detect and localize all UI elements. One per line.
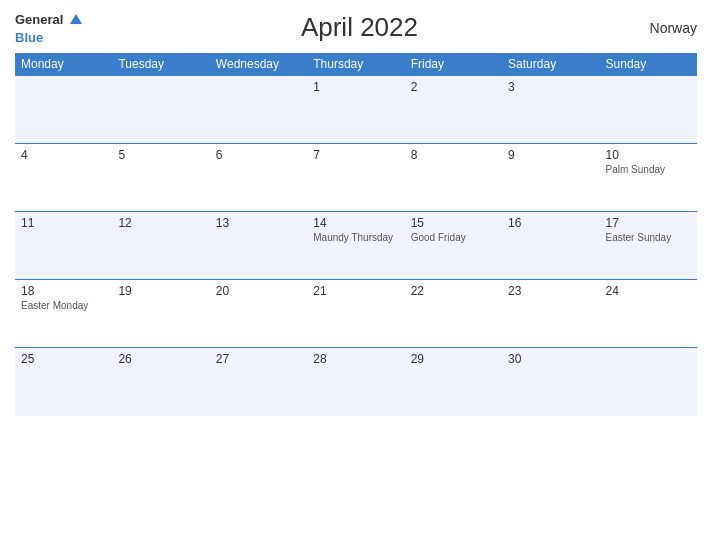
calendar-cell: 10Palm Sunday <box>600 144 697 212</box>
day-number: 2 <box>411 80 496 94</box>
calendar-cell: 9 <box>502 144 599 212</box>
logo-triangle-icon <box>70 14 82 24</box>
holiday-label: Easter Sunday <box>606 232 691 243</box>
calendar-cell <box>112 76 209 144</box>
calendar-cell <box>600 76 697 144</box>
calendar-cell: 16 <box>502 212 599 280</box>
calendar-cell: 13 <box>210 212 307 280</box>
calendar-cell: 4 <box>15 144 112 212</box>
col-wednesday: Wednesday <box>210 53 307 76</box>
day-number: 11 <box>21 216 106 230</box>
day-number: 25 <box>21 352 106 366</box>
calendar-week-row: 123 <box>15 76 697 144</box>
col-thursday: Thursday <box>307 53 404 76</box>
calendar-cell: 8 <box>405 144 502 212</box>
calendar-cell <box>210 76 307 144</box>
calendar-cell: 22 <box>405 280 502 348</box>
day-number: 27 <box>216 352 301 366</box>
day-number: 4 <box>21 148 106 162</box>
col-monday: Monday <box>15 53 112 76</box>
logo: General Blue <box>15 10 82 45</box>
day-number: 12 <box>118 216 203 230</box>
day-number: 21 <box>313 284 398 298</box>
calendar-cell: 1 <box>307 76 404 144</box>
logo-blue-text: Blue <box>15 30 43 45</box>
day-number: 16 <box>508 216 593 230</box>
calendar-table: Monday Tuesday Wednesday Thursday Friday… <box>15 53 697 416</box>
day-number: 8 <box>411 148 496 162</box>
calendar-cell: 23 <box>502 280 599 348</box>
day-number: 19 <box>118 284 203 298</box>
logo-general-text: General <box>15 12 63 27</box>
calendar-body: 12345678910Palm Sunday11121314Maundy Thu… <box>15 76 697 416</box>
calendar-cell: 26 <box>112 348 209 416</box>
day-number: 20 <box>216 284 301 298</box>
col-friday: Friday <box>405 53 502 76</box>
day-number: 18 <box>21 284 106 298</box>
day-number: 9 <box>508 148 593 162</box>
col-sunday: Sunday <box>600 53 697 76</box>
calendar-cell: 25 <box>15 348 112 416</box>
country-label: Norway <box>637 20 697 36</box>
calendar-cell: 18Easter Monday <box>15 280 112 348</box>
calendar-title: April 2022 <box>82 12 637 43</box>
calendar-cell: 7 <box>307 144 404 212</box>
logo-top: General <box>15 10 82 28</box>
calendar-header: Monday Tuesday Wednesday Thursday Friday… <box>15 53 697 76</box>
day-number: 24 <box>606 284 691 298</box>
day-number: 23 <box>508 284 593 298</box>
calendar-cell: 27 <box>210 348 307 416</box>
calendar-cell: 30 <box>502 348 599 416</box>
calendar-cell: 29 <box>405 348 502 416</box>
calendar-cell <box>15 76 112 144</box>
calendar-week-row: 252627282930 <box>15 348 697 416</box>
calendar-cell: 12 <box>112 212 209 280</box>
col-saturday: Saturday <box>502 53 599 76</box>
header-row: Monday Tuesday Wednesday Thursday Friday… <box>15 53 697 76</box>
calendar-cell: 28 <box>307 348 404 416</box>
day-number: 5 <box>118 148 203 162</box>
day-number: 28 <box>313 352 398 366</box>
calendar-cell: 17Easter Sunday <box>600 212 697 280</box>
col-tuesday: Tuesday <box>112 53 209 76</box>
holiday-label: Palm Sunday <box>606 164 691 175</box>
calendar-cell <box>600 348 697 416</box>
calendar-cell: 2 <box>405 76 502 144</box>
day-number: 17 <box>606 216 691 230</box>
calendar-cell: 5 <box>112 144 209 212</box>
day-number: 6 <box>216 148 301 162</box>
day-number: 7 <box>313 148 398 162</box>
day-number: 13 <box>216 216 301 230</box>
day-number: 26 <box>118 352 203 366</box>
calendar-week-row: 45678910Palm Sunday <box>15 144 697 212</box>
day-number: 3 <box>508 80 593 94</box>
page: General Blue April 2022 Norway Monday Tu… <box>0 0 712 550</box>
calendar-cell: 19 <box>112 280 209 348</box>
calendar-week-row: 11121314Maundy Thursday15Good Friday1617… <box>15 212 697 280</box>
day-number: 30 <box>508 352 593 366</box>
day-number: 29 <box>411 352 496 366</box>
calendar-week-row: 18Easter Monday192021222324 <box>15 280 697 348</box>
calendar-cell: 24 <box>600 280 697 348</box>
calendar-cell: 11 <box>15 212 112 280</box>
calendar-cell: 14Maundy Thursday <box>307 212 404 280</box>
day-number: 10 <box>606 148 691 162</box>
day-number: 22 <box>411 284 496 298</box>
calendar-cell: 20 <box>210 280 307 348</box>
calendar-cell: 15Good Friday <box>405 212 502 280</box>
header: General Blue April 2022 Norway <box>15 10 697 45</box>
day-number: 14 <box>313 216 398 230</box>
day-number: 1 <box>313 80 398 94</box>
calendar-cell: 3 <box>502 76 599 144</box>
holiday-label: Easter Monday <box>21 300 106 311</box>
holiday-label: Good Friday <box>411 232 496 243</box>
calendar-cell: 21 <box>307 280 404 348</box>
day-number: 15 <box>411 216 496 230</box>
calendar-cell: 6 <box>210 144 307 212</box>
holiday-label: Maundy Thursday <box>313 232 398 243</box>
